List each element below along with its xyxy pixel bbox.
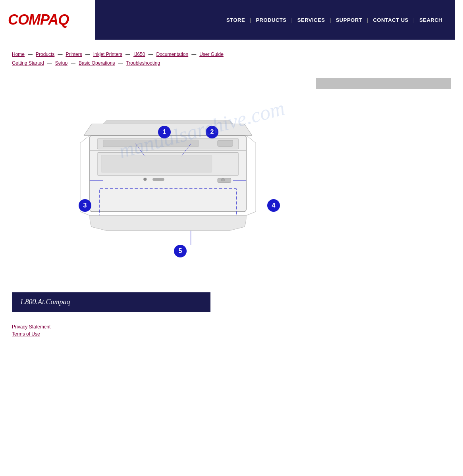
svg-point-7 [143,178,147,181]
svg-rect-2 [103,140,199,147]
breadcrumb-row2: Getting Started — Setup — Basic Operatio… [12,60,451,66]
bc-documentation[interactable]: Documentation [156,52,188,57]
right-panel-bar [316,78,451,89]
callout-5: 5 [174,245,187,257]
bc-sep4: — [125,52,130,57]
breadcrumb-section: Home — Products — Printers — Inkjet Prin… [0,40,463,70]
logo-area: COMPAQ [8,12,87,28]
bc-sep7: — [47,60,52,66]
breadcrumb-row1: Home — Products — Printers — Inkjet Prin… [12,52,451,57]
main-content: manualsarchive.com [0,70,463,284]
bc-troubleshoot[interactable]: Troubleshooting [126,60,160,66]
bc-sep2: — [58,52,62,57]
bc-userguide[interactable]: User Guide [199,52,224,57]
bc-sep1: — [28,52,33,57]
right-panel [316,78,451,276]
nav-store[interactable]: STORE [222,17,250,23]
header: COMPAQ STORE | PRODUCTS | SERVICES | SUP… [0,0,463,40]
callout-3: 3 [79,199,91,212]
footer-link-terms[interactable]: Terms of Use [12,331,451,337]
bc-printers[interactable]: Printers [66,52,82,57]
diagram-area: manualsarchive.com [57,86,263,269]
bc-setup[interactable]: Setup [55,60,68,66]
bc-basicops[interactable]: Basic Operations [79,60,115,66]
svg-rect-10 [222,179,225,181]
bc-home[interactable]: Home [12,52,25,57]
svg-rect-3 [218,140,233,146]
bc-ij650[interactable]: IJ650 [133,52,145,57]
callout-1: 1 [158,126,171,138]
nav-services[interactable]: SERVICES [293,17,330,23]
bc-sep6: — [191,52,196,57]
bc-inkjet[interactable]: Inkjet Printers [93,52,122,57]
phone-label: 1.800.At.Compaq [20,298,70,306]
bc-sep8: — [71,60,75,66]
svg-rect-6 [101,155,212,172]
bc-sep9: — [118,60,123,66]
nav-bar: STORE | PRODUCTS | SERVICES | SUPPORT | … [95,0,455,40]
bc-gettingstarted[interactable]: Getting Started [12,60,44,66]
nav-search[interactable]: SEARCH [415,17,447,23]
footer-divider [12,320,60,320]
callout-4: 4 [267,199,280,212]
bc-products[interactable]: Products [36,52,54,57]
nav-support[interactable]: SUPPORT [331,17,367,23]
nav-products[interactable]: PRODUCTS [251,17,291,23]
footer-link-privacy[interactable]: Privacy Statement [12,324,451,330]
bc-sep5: — [148,52,153,57]
bc-sep3: — [85,52,90,57]
compaq-logo: COMPAQ [8,12,69,28]
callout-2: 2 [206,126,218,138]
nav-items: STORE | PRODUCTS | SERVICES | SUPPORT | … [222,17,447,23]
nav-contact-us[interactable]: CONTACT US [368,17,413,23]
left-panel: manualsarchive.com [12,78,308,276]
svg-rect-8 [153,178,164,181]
footer-section: 1.800.At.Compaq Privacy Statement Terms … [0,284,463,346]
phone-bar: 1.800.At.Compaq [12,292,210,312]
